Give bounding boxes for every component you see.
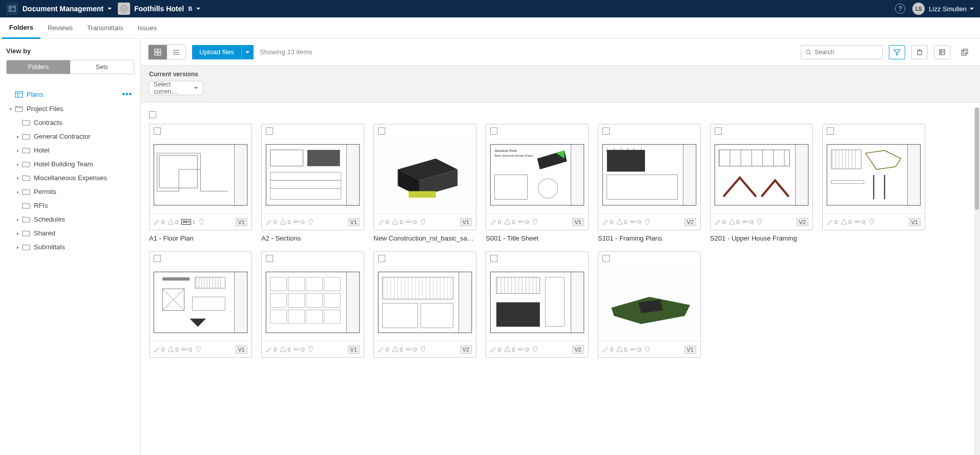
card-checkbox[interactable] bbox=[827, 127, 834, 135]
tab-reviews[interactable]: Reviews bbox=[40, 17, 80, 39]
user-menu[interactable]: Lizz Smullen bbox=[929, 5, 974, 13]
tree-item[interactable]: ▸ General Contractor bbox=[6, 129, 134, 143]
list-view-button[interactable] bbox=[167, 45, 185, 59]
document-card[interactable]: 0 0 RFI 0 V2 S101 - Framing Plans bbox=[598, 124, 701, 242]
tree-item[interactable]: ▸ Permits bbox=[6, 185, 134, 199]
expand-caret-icon[interactable]: ▸ bbox=[15, 189, 20, 194]
trash-button[interactable] bbox=[911, 45, 928, 59]
svg-rect-7 bbox=[155, 49, 157, 52]
thumbnail[interactable] bbox=[713, 138, 810, 211]
module-switcher[interactable]: Document Management bbox=[6, 3, 112, 15]
svg-rect-65 bbox=[795, 144, 808, 205]
card-checkbox[interactable] bbox=[378, 127, 385, 135]
card-checkbox[interactable] bbox=[715, 127, 722, 135]
document-card[interactable]: 0 0 RFI 0 V1 bbox=[598, 251, 701, 362]
expand-caret-icon[interactable]: ▸ bbox=[15, 176, 20, 181]
tree-item[interactable]: ▾ Project Files bbox=[6, 102, 134, 116]
upload-files-button[interactable]: Upload files bbox=[192, 45, 241, 59]
tree-item[interactable]: ▸ Shared bbox=[6, 226, 134, 240]
project-icon[interactable] bbox=[118, 3, 130, 15]
tree-item[interactable]: RFIs bbox=[6, 199, 134, 212]
tree-item-label: Shared bbox=[34, 229, 55, 237]
thumbnail[interactable]: Autodesk RevitBasic Structural Sample Pr… bbox=[488, 138, 586, 211]
document-card[interactable]: 0 0 RFI 0 V1 bbox=[149, 251, 252, 362]
activity-button[interactable] bbox=[934, 45, 950, 59]
thumbnail[interactable] bbox=[825, 138, 923, 211]
tree-item-label: Hotel Building Team bbox=[34, 160, 93, 168]
version-filter-select[interactable]: Select curren… bbox=[149, 81, 203, 95]
tree-item[interactable]: ▸ Submittals bbox=[6, 240, 134, 254]
card-checkbox[interactable] bbox=[154, 127, 161, 135]
version-badge: V2 bbox=[797, 218, 808, 226]
filter-button[interactable] bbox=[889, 45, 905, 59]
document-card[interactable]: 0 0 RFI 1 V1 A1 - Floor Plan bbox=[149, 124, 252, 242]
search-box[interactable] bbox=[801, 45, 883, 59]
expand-caret-icon[interactable]: ▸ bbox=[15, 134, 20, 139]
markup-count: 0 bbox=[154, 346, 164, 353]
markup-count: 0 bbox=[490, 346, 501, 353]
card-checkbox[interactable] bbox=[266, 127, 273, 135]
card-checkbox[interactable] bbox=[154, 255, 161, 262]
svg-rect-55 bbox=[683, 144, 696, 205]
location-icon bbox=[756, 219, 763, 225]
tab-issues[interactable]: Issues bbox=[130, 17, 164, 39]
expand-caret-icon[interactable]: ▸ bbox=[15, 217, 20, 222]
svg-rect-146 bbox=[571, 272, 583, 333]
thumbnail[interactable] bbox=[264, 138, 362, 211]
document-card[interactable]: 0 0 RFI 0 V1 bbox=[822, 124, 925, 242]
thumbnail[interactable] bbox=[488, 266, 586, 339]
viewby-sets[interactable]: Sets bbox=[70, 60, 134, 74]
export-button[interactable] bbox=[956, 45, 973, 59]
tree-item[interactable]: ▸ Hotel Building Team bbox=[6, 157, 134, 171]
tree-item[interactable]: ▸ Hotel bbox=[6, 143, 134, 157]
issue-count: 0 bbox=[504, 346, 515, 353]
thumbnail[interactable] bbox=[152, 266, 249, 339]
document-card[interactable]: 0 0 RFI 0 V2 bbox=[373, 251, 476, 362]
grid-view-button[interactable] bbox=[149, 45, 167, 59]
thumbnail[interactable] bbox=[152, 138, 249, 211]
thumbnail[interactable] bbox=[376, 266, 474, 339]
tab-transmittals[interactable]: Transmittals bbox=[80, 17, 130, 39]
expand-caret-icon[interactable]: ▸ bbox=[15, 162, 20, 167]
expand-caret-icon[interactable]: ▾ bbox=[8, 106, 13, 112]
tree-item[interactable]: Plans ••• bbox=[6, 86, 134, 102]
upload-dropdown-button[interactable] bbox=[241, 45, 254, 59]
thumbnail[interactable] bbox=[600, 266, 698, 339]
search-input[interactable] bbox=[815, 49, 878, 56]
scrollbar-thumb[interactable] bbox=[975, 107, 979, 210]
thumbnail[interactable] bbox=[600, 138, 698, 211]
document-card[interactable]: Autodesk RevitBasic Structural Sample Pr… bbox=[486, 124, 589, 242]
tree-item[interactable]: ▸ Schedules bbox=[6, 212, 134, 226]
document-card[interactable]: 0 0 RFI 0 V2 bbox=[486, 251, 589, 362]
thumbnail[interactable] bbox=[264, 266, 362, 339]
thumbnail[interactable] bbox=[376, 138, 474, 211]
tree-item[interactable]: Contracts bbox=[6, 116, 134, 129]
scrollbar[interactable] bbox=[974, 107, 980, 455]
tab-folders[interactable]: Folders bbox=[2, 17, 40, 39]
card-title: S001 - Title Sheet bbox=[486, 234, 589, 242]
folder-open-icon bbox=[14, 105, 24, 113]
document-card[interactable]: 0 0 RFI 0 V1 New Construction_rst_basic_… bbox=[373, 124, 476, 242]
viewby-folders[interactable]: Folders bbox=[7, 60, 70, 74]
document-card[interactable]: 0 0 RFI 0 V1 A2 - Sections bbox=[261, 124, 364, 242]
card-checkbox[interactable] bbox=[490, 127, 497, 135]
chevron-down-icon bbox=[196, 8, 200, 10]
expand-caret-icon[interactable]: ▸ bbox=[15, 245, 20, 250]
select-all-checkbox[interactable] bbox=[149, 111, 156, 118]
card-checkbox[interactable] bbox=[266, 255, 273, 262]
card-checkbox[interactable] bbox=[490, 255, 497, 262]
user-avatar[interactable]: LS bbox=[912, 3, 925, 15]
version-badge: V1 bbox=[236, 218, 247, 226]
document-card[interactable]: 0 0 RFI 0 V2 S201 - Upper House Framing bbox=[710, 124, 813, 242]
expand-caret-icon[interactable]: ▸ bbox=[15, 231, 20, 236]
more-options-button[interactable]: ••• bbox=[122, 90, 132, 99]
tree-item[interactable]: ▸ Miscellaneous Expenses bbox=[6, 171, 134, 185]
svg-rect-10 bbox=[158, 53, 161, 55]
expand-caret-icon[interactable]: ▸ bbox=[15, 148, 20, 153]
help-button[interactable]: ? bbox=[895, 4, 905, 14]
card-checkbox[interactable] bbox=[602, 255, 610, 262]
card-checkbox[interactable] bbox=[602, 127, 610, 135]
card-checkbox[interactable] bbox=[378, 255, 385, 262]
document-card[interactable]: 0 0 RFI 0 V1 bbox=[261, 251, 364, 362]
project-selector[interactable]: Foothills Hotel B bbox=[134, 5, 200, 13]
